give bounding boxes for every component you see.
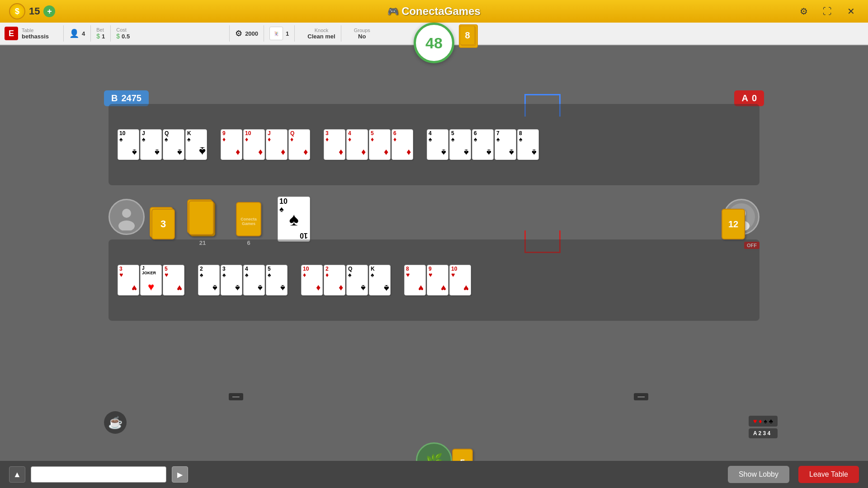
svg-point-4: [122, 209, 131, 218]
card-10-diamonds[interactable]: 10 ♦ ♦: [243, 129, 265, 160]
cost-value: 0.5: [122, 33, 130, 40]
player-name-right: ──: [634, 393, 648, 400]
logo-text: ConectaGames: [401, 5, 481, 18]
groups-label: Groups: [354, 28, 370, 33]
top-right-icons: ⚙ ⛶ ✕: [796, 3, 859, 19]
table-label: Table: [22, 28, 49, 33]
card-2-diamonds[interactable]: 2 ♦ ♦: [324, 265, 345, 296]
card-10-diamonds-b[interactable]: 10 ♦ ♦: [301, 265, 323, 296]
drawn-card-display[interactable]: 10 ♠ ♠ 10: [278, 197, 310, 242]
card-group-3: 3 ♦ ♦ 4 ♦ ♦ 5 ♦ ♦ 6 ♦ ♦: [324, 129, 413, 160]
coin-count: 15: [29, 5, 40, 17]
card-8-spades[interactable]: 8 ♠ ♠: [517, 129, 539, 160]
card-j-diamonds[interactable]: J ♦ ♦: [266, 129, 288, 160]
meld-section: 🃏 1: [269, 27, 289, 40]
meld-icon: 🃏: [269, 27, 283, 40]
meld-value: 1: [286, 30, 289, 37]
card-icon-row-1[interactable]: ♥ ♦ ♠ ♣: [749, 416, 778, 427]
bet-label: Bet: [96, 27, 105, 33]
card-6-spades[interactable]: 6 ♠ ♠: [472, 129, 494, 160]
center-piles: Conecta Games 21 Conecta Games 6 10 ♠ ♠: [190, 197, 310, 242]
svg-text:Conecta: Conecta: [241, 217, 257, 221]
timer-value: 48: [425, 34, 443, 52]
divider7: [341, 25, 341, 42]
card-4-spades[interactable]: 4 ♠ ♠: [427, 129, 448, 160]
card-10-spades[interactable]: 10 ♠ ♠: [118, 129, 139, 160]
card-joker[interactable]: J JOKER ♥: [140, 265, 162, 296]
send-button[interactable]: ▶: [172, 466, 188, 483]
fullscreen-icon[interactable]: ⛶: [819, 3, 835, 19]
card-q-spades-b[interactable]: Q ♠ ♠: [346, 265, 368, 296]
divider5: [264, 25, 264, 42]
card-3-hearts[interactable]: 3 ♥ ♥: [118, 265, 139, 296]
card-bgroup-3: 10 ♦ ♦ 2 ♦ ♦ Q ♠ ♠ K ♠ ♠: [301, 265, 391, 296]
coffee-icon: ☕: [104, 411, 127, 434]
card-9-diamonds[interactable]: 9 ♦ ♦: [221, 129, 242, 160]
info-bar: E Table bethassis 👤 4 Bet $ 1 Cost $ 0.5: [0, 23, 868, 45]
settings-icon[interactable]: ⚙: [796, 3, 812, 19]
card-bgroup-2: 2 ♠ ♠ 3 ♠ ♠ 4 ♠ ♠ 5 ♠ ♠: [198, 265, 288, 296]
card-bgroup-4: 8 ♥ ♥ 9 ♥ ♥ 10 ♥ ♥: [404, 265, 471, 296]
card-7-spades[interactable]: 7 ♠ ♠: [495, 129, 516, 160]
divider3: [110, 25, 111, 42]
cost-section: Cost $ 0.5: [116, 27, 130, 40]
svg-text:Games: Games: [242, 221, 255, 226]
timer-area: 48 8: [414, 23, 454, 63]
show-lobby-button[interactable]: Show Lobby: [728, 466, 789, 483]
card-k-spades-b[interactable]: K ♠ ♠: [369, 265, 391, 296]
cards-top-area: 10 ♠ ♠ J ♠ ♠ Q ♠ ♠ K ♠ ♠: [108, 104, 760, 185]
cost-label: Cost: [116, 27, 130, 33]
score-icon: ⚙: [235, 28, 242, 38]
card-9-hearts[interactable]: 9 ♥ ♥: [427, 265, 448, 296]
groups-section: Groups No: [354, 28, 370, 40]
players-section: 👤 4: [69, 28, 85, 38]
card-k-spades[interactable]: K ♠ ♠: [185, 129, 207, 160]
timer-circle: 48: [414, 23, 454, 63]
card-2-spades[interactable]: 2 ♠ ♠: [198, 265, 220, 296]
card-5-spades-b[interactable]: 5 ♠ ♠: [266, 265, 288, 296]
card-group-2: 9 ♦ ♦ 10 ♦ ♦ J ♦ ♦ Q ♦ ♦: [221, 129, 310, 160]
score-a-value: 0: [752, 93, 757, 103]
chat-input[interactable]: [31, 466, 166, 483]
add-coins-button[interactable]: +: [43, 5, 55, 17]
card-4-diamonds[interactable]: 4 ♦ ♦: [346, 129, 368, 160]
score-value: 2000: [245, 30, 258, 37]
card-q-diamonds[interactable]: Q ♦ ♦: [288, 129, 310, 160]
bet-section: Bet $ 1: [96, 27, 105, 40]
drawn-card[interactable]: 10 ♠ ♠ 10: [278, 197, 310, 242]
discard-pile[interactable]: Conecta Games 6: [236, 202, 261, 236]
card-10-hearts[interactable]: 10 ♥ ♥: [449, 265, 471, 296]
card-j-spades[interactable]: J ♠ ♠: [140, 129, 162, 160]
card-3-diamonds[interactable]: 3 ♦ ♦: [324, 129, 345, 160]
card-5-hearts[interactable]: 5 ♥ ♥: [163, 265, 184, 296]
card-group-1: 10 ♠ ♠ J ♠ ♠ Q ♠ ♠ K ♠ ♠: [118, 129, 207, 160]
groups-value: No: [358, 33, 366, 40]
card-bgroup-1: 3 ♥ ♥ J JOKER ♥ 5 ♥ ♥: [118, 265, 184, 296]
draw-pile[interactable]: Conecta Games 21: [190, 202, 215, 236]
card-count-right: 12: [722, 209, 745, 239]
table-name: bethassis: [22, 33, 49, 40]
divider6: [294, 25, 295, 42]
score-a-label: A: [741, 93, 748, 103]
card-5-diamonds[interactable]: 5 ♦ ♦: [369, 129, 391, 160]
coin-area: $ 15 +: [9, 3, 55, 19]
top-bar: $ 15 + 🎮 ConectaGames ⚙ ⛶ ✕: [0, 0, 868, 23]
game-area: B 2475 A 0 10 ♠ ♠ J ♠ ♠ Q ♠ ♠: [0, 45, 868, 488]
card-5-spades[interactable]: 5 ♠ ♠: [449, 129, 471, 160]
close-icon[interactable]: ✕: [843, 3, 859, 19]
card-3-spades[interactable]: 3 ♠ ♠: [221, 265, 242, 296]
card-4-spades-b[interactable]: 4 ♠ ♠: [243, 265, 265, 296]
card-q-spades[interactable]: Q ♠ ♠: [163, 129, 184, 160]
card-6-diamonds[interactable]: 6 ♦ ♦: [392, 129, 413, 160]
knock-section: Knock Clean mel: [307, 28, 335, 40]
card-group-4: 4 ♠ ♠ 5 ♠ ♠ 6 ♠ ♠ 7 ♠ ♠ 8 ♠ ♠: [427, 129, 539, 160]
card-8-hearts[interactable]: 8 ♥ ♥: [404, 265, 426, 296]
divider2: [90, 25, 91, 42]
chevron-up-button[interactable]: ▲: [9, 466, 25, 483]
divider4: [229, 25, 230, 42]
card-icon-row-2[interactable]: A 2 3 4: [749, 428, 778, 438]
card-count-left: 3: [151, 209, 177, 243]
e-badge: E: [5, 27, 18, 40]
leave-table-button[interactable]: Leave Table: [798, 466, 859, 483]
knock-value: Clean mel: [307, 33, 335, 40]
